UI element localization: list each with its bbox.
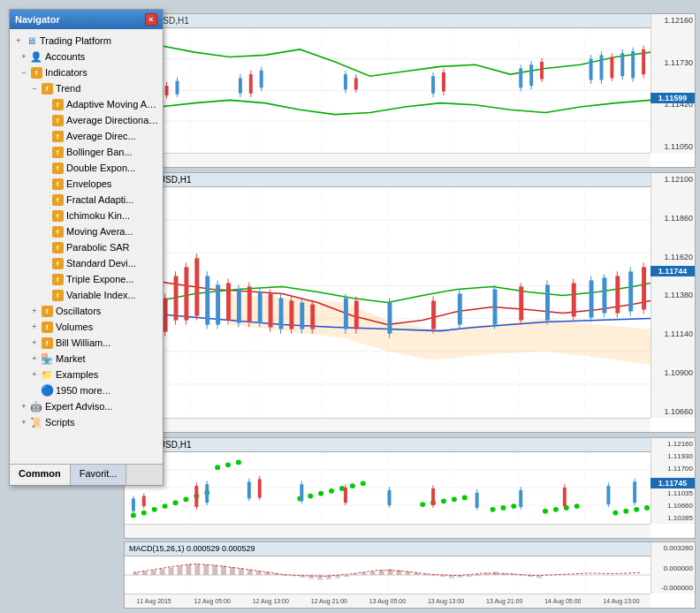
exp-expert-advisors: + (19, 401, 29, 412)
moving-avg-icon: f (50, 224, 65, 238)
svg-point-145 (183, 497, 188, 503)
close-button[interactable]: × (145, 13, 157, 26)
nav-item-trend[interactable]: − f Trend (11, 80, 161, 96)
trend-label: Trend (56, 83, 80, 94)
nav-item-market[interactable]: + 🏪 Market (11, 351, 161, 367)
macd-label: MACD(15,26,1) 0.000529 0.000529 (129, 544, 255, 553)
avg-dir-short-icon: f (50, 129, 65, 143)
nav-item-parabolic-sar[interactable]: + f Parabolic SAR (11, 239, 161, 255)
nav-item-double-exp[interactable]: + f Double Expon... (11, 160, 161, 176)
expert-advisors-icon: 🤖 (29, 399, 43, 413)
nav-item-bill-williams[interactable]: + f Bill William... (11, 335, 161, 351)
nav-item-ichimoku[interactable]: + f Ichimoku Kin... (11, 208, 161, 223)
exp-scripts: + (19, 417, 29, 428)
svg-point-153 (318, 491, 323, 496)
svg-point-169 (574, 503, 580, 509)
expander-platform: + (13, 35, 24, 46)
nav-item-volumes[interactable]: + f Volumes (11, 319, 161, 335)
svg-rect-240 (379, 570, 384, 575)
nav-item-accounts[interactable]: + 👤 Accounts (11, 49, 161, 64)
chart-area: ▼ EURUSD,H1 1.12160 1.11730 1.11420 1.11… (124, 13, 696, 609)
platform-label: Trading Platform (40, 35, 111, 46)
variable-index-icon: f (50, 288, 65, 302)
more-label: 1950 more... (56, 385, 110, 396)
double-exp-icon: f (50, 161, 65, 175)
svg-rect-84 (226, 283, 231, 320)
svg-point-164 (500, 505, 506, 511)
current-price-middle: 1.11744 (651, 266, 695, 276)
chart-bottom-xaxis (125, 524, 651, 538)
chart-top[interactable]: ▼ EURUSD,H1 1.12160 1.11730 1.11420 1.11… (124, 13, 696, 168)
chart-macd[interactable]: MACD(15,26,1) 0.000529 0.000529 0.003280… (124, 541, 696, 609)
mid-price-7: 1.10660 (653, 407, 693, 416)
nav-item-avg-dir-short[interactable]: + f Average Direc... (11, 128, 161, 144)
nav-item-envelopes[interactable]: + f Envelopes (11, 176, 161, 192)
volumes-label: Volumes (56, 322, 93, 332)
nav-item-indicators[interactable]: − f Indicators (11, 64, 161, 80)
svg-rect-116 (545, 284, 550, 320)
nav-item-bollinger[interactable]: + f Bollinger Ban... (11, 144, 161, 160)
macd-p1: 0.003280 (653, 544, 693, 552)
svg-rect-236 (344, 575, 349, 577)
indicators-icon: f (29, 65, 43, 79)
nav-item-std-dev[interactable]: + f Standard Devi... (11, 255, 161, 271)
navigator-titlebar: Navigator × (10, 10, 163, 29)
nav-item-scripts[interactable]: + 📜 Scripts (11, 414, 161, 430)
nav-item-oscillators[interactable]: + f Oscillators (11, 303, 161, 319)
mid-price-2: 1.11860 (653, 214, 693, 223)
double-exp-label: Double Expon... (66, 163, 135, 173)
svg-rect-239 (370, 571, 376, 575)
svg-point-166 (543, 509, 548, 514)
navigator-panel: Navigator × + 🖥 Trading Platform + 👤 Acc… (9, 9, 164, 486)
svg-point-149 (225, 462, 231, 467)
macd-p3: -0.000000 (653, 584, 693, 592)
chart-top-xaxis (125, 153, 651, 167)
mid-price-5: 1.11140 (653, 329, 693, 338)
svg-point-173 (644, 505, 650, 511)
nav-item-examples[interactable]: + 📁 Examples (11, 367, 161, 382)
market-icon: 🏪 (40, 352, 54, 366)
market-label: Market (56, 353, 86, 364)
svg-point-162 (462, 496, 468, 501)
nav-item-expert-advisors[interactable]: + 🤖 Expert Adviso... (11, 398, 161, 414)
nav-item-more[interactable]: + 🔵 1950 more... (11, 382, 161, 398)
chart-middle[interactable]: ▼ EURUSD,H1 1.12100 1.11860 1.11620 1.11… (124, 172, 696, 433)
svg-rect-223 (230, 567, 235, 575)
tab-favorites[interactable]: Favorit... (71, 465, 127, 485)
nav-item-platform[interactable]: + 🖥 Trading Platform (11, 33, 161, 49)
svg-rect-114 (519, 286, 523, 320)
examples-icon: 📁 (40, 367, 54, 382)
macd-svg (125, 556, 651, 594)
svg-rect-217 (178, 566, 183, 576)
nav-item-moving-avg[interactable]: + f Moving Avera... (11, 223, 161, 239)
xaxis-label-8: 14 Aug 13:00 (592, 598, 651, 604)
svg-point-158 (420, 502, 425, 507)
svg-point-172 (634, 507, 639, 512)
svg-point-156 (350, 483, 355, 488)
current-price-top: 1.11599 (651, 93, 695, 103)
tab-common[interactable]: Common (10, 465, 71, 485)
accounts-icon: 👤 (29, 49, 43, 64)
xaxis-label-1: 12 Aug 05:00 (183, 598, 241, 604)
svg-point-165 (511, 503, 516, 509)
svg-rect-238 (361, 572, 367, 575)
xaxis-label-5: 13 Aug 13:00 (417, 598, 476, 604)
bp-7: 1.10285 (653, 514, 693, 522)
current-price-bottom: 1.11745 (651, 478, 695, 488)
expert-advisors-label: Expert Adviso... (45, 401, 112, 412)
nav-item-triple-exp[interactable]: + f Triple Expone... (11, 271, 161, 287)
expander-accounts: + (19, 51, 29, 62)
chart-bottom-price[interactable]: ▼ EURUSD,H1 1.12160 1.11930 1.11700 1.11… (124, 437, 696, 539)
nav-tabs: Common Favorit... (10, 464, 163, 485)
nav-item-avg-directional[interactable]: + f Average Directional Movement Index (11, 112, 161, 128)
oscillators-icon: f (40, 304, 54, 318)
nav-item-fractal[interactable]: + f Fractal Adapti... (11, 192, 161, 208)
nav-item-adaptive-ma[interactable]: + f Adaptive Moving Average (11, 96, 161, 112)
adaptive-ma-label: Adaptive Moving Average (66, 99, 159, 110)
svg-rect-76 (184, 267, 188, 320)
chart-bottom-svg (125, 452, 651, 524)
svg-point-154 (329, 488, 334, 494)
svg-rect-219 (194, 564, 200, 575)
bill-williams-icon: f (40, 336, 54, 350)
nav-item-variable-index[interactable]: + f Variable Index... (11, 287, 161, 303)
